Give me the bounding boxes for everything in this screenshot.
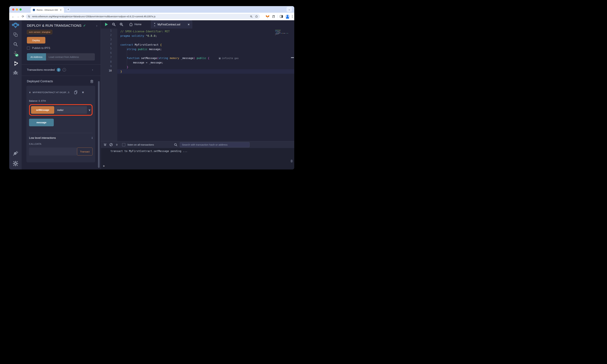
low-level-title: Low level interactions — [29, 136, 56, 140]
transactions-expand-chevron-icon[interactable]: › — [92, 68, 93, 72]
panel-expand-chevron-icon[interactable]: › — [96, 24, 97, 27]
zoom-in-icon[interactable] — [119, 23, 123, 26]
tab-home[interactable]: Home — [129, 23, 142, 26]
home-icon — [129, 23, 133, 26]
window-controls[interactable] — [12, 8, 22, 11]
transact-button[interactable]: Transact — [77, 148, 92, 156]
at-address-button[interactable]: At Address — [27, 53, 46, 61]
calldata-input[interactable] — [29, 148, 77, 156]
contract-balance: Balance: 0. ETH — [29, 100, 92, 102]
remix-app: DEPLOY & RUN TRANSACTIONS ✓ › evm versio… — [9, 20, 294, 169]
message-button[interactable]: message — [29, 119, 54, 126]
trash-icon[interactable] — [90, 80, 93, 83]
copy-address-icon[interactable] — [74, 90, 78, 94]
remix-logo[interactable] — [9, 22, 22, 30]
tab-title: Remix - Ethereum IDE — [37, 9, 59, 11]
terminal-toolbar: 0 listen on all transactions — [101, 141, 294, 148]
close-tab-icon[interactable]: ✕ — [59, 8, 62, 12]
pending-count: 0 — [116, 143, 118, 146]
panel-title: DEPLOY & RUN TRANSACTIONS — [27, 24, 81, 27]
sidebar-item-solidity-compiler[interactable] — [9, 51, 22, 58]
calldata-label: CALLDATA — [29, 143, 92, 145]
transactions-info-icon[interactable]: i — [63, 68, 66, 72]
reload-icon[interactable]: ⟳ — [20, 15, 26, 18]
low-level-info-icon[interactable]: i — [92, 136, 92, 140]
browser-tabstrip: Remix - Ethereum IDE ✕ + ⌄ — [9, 6, 294, 13]
contract-name: MYFIRSTCONTRACT AT 0X10F...5 — [33, 91, 72, 94]
terminal-scrollbar[interactable] — [291, 160, 293, 163]
terminal-output[interactable]: transact to MyFirstContract.setMessage p… — [101, 148, 294, 169]
browser-menu-icon[interactable] — [292, 15, 293, 18]
browser-tab[interactable]: Remix - Ethereum IDE ✕ — [31, 7, 64, 13]
deploy-run-panel: DEPLOY & RUN TRANSACTIONS ✓ › evm versio… — [22, 20, 101, 169]
bookmark-star-icon[interactable] — [255, 15, 258, 18]
listen-all-label: listen on all transactions — [128, 143, 154, 146]
metamask-extension-icon[interactable] — [266, 15, 269, 18]
solidity-file-icon — [153, 23, 156, 26]
site-settings-icon[interactable] — [28, 15, 30, 18]
browser-window: Remix - Ethereum IDE ✕ + ⌄ ← → ⟳ remix.e… — [9, 6, 294, 169]
at-address-input[interactable] — [46, 53, 95, 61]
contract-collapse-chevron-icon[interactable]: ∨ — [29, 91, 31, 94]
profile-avatar[interactable] — [285, 14, 290, 19]
forward-icon[interactable]: → — [15, 15, 20, 18]
minimize-window-button[interactable] — [16, 8, 18, 11]
evm-version-badge: evm version: shanghai — [27, 30, 52, 34]
tab-search-chevron-icon[interactable]: ⌄ — [287, 7, 292, 12]
zoom-window-button[interactable] — [19, 8, 22, 11]
editor-tabbar: Home MyFirstContract.sol ✕ — [101, 20, 294, 28]
new-tab-button[interactable]: + — [66, 8, 70, 12]
home-tab-label: Home — [134, 23, 142, 26]
close-window-button[interactable] — [12, 8, 14, 11]
url-text[interactable]: remix.ethereum.org/#lang=en&optimize=fal… — [32, 15, 248, 18]
zoom-page-icon[interactable] — [250, 15, 253, 18]
close-file-tab-icon[interactable]: ✕ — [187, 23, 190, 26]
run-script-icon[interactable] — [105, 23, 108, 26]
set-message-highlight: setMessage ∨ — [29, 104, 92, 116]
zoom-out-icon[interactable] — [112, 23, 116, 26]
set-message-input[interactable] — [55, 106, 87, 114]
sidebar-item-search[interactable] — [9, 42, 22, 47]
sidebar-item-file-explorer[interactable] — [9, 32, 22, 38]
side-panel-icon[interactable] — [280, 15, 283, 18]
tab-myfirstcontract[interactable]: MyFirstContract.sol ✕ — [151, 20, 192, 28]
editor-column: Home MyFirstContract.sol ✕ 12345678910 /… — [101, 20, 294, 169]
clear-console-icon[interactable] — [109, 143, 113, 146]
deployed-contract-card: ∨ MYFIRSTCONTRACT AT 0X10F...5 ✕ Balance… — [26, 86, 95, 162]
collapse-terminal-icon[interactable] — [104, 143, 106, 146]
sidebar-item-deploy-run[interactable] — [9, 61, 22, 67]
file-tab-label: MyFirstContract.sol — [158, 23, 186, 26]
terminal-search-input[interactable] — [180, 142, 250, 147]
gutter-numbers: 12345678910 — [101, 28, 117, 141]
remix-favicon — [33, 9, 35, 11]
icon-rail — [9, 20, 22, 169]
transactions-count-badge: 2 — [57, 68, 61, 72]
remove-contract-icon[interactable]: ✕ — [82, 91, 84, 94]
publish-ipfs-label: Publish to IPFS — [32, 47, 50, 50]
code-lines[interactable]: // SPDX-License-Identifier: MITpragma so… — [117, 28, 294, 141]
terminal-log-line: transact to MyFirstContract.setMessage p… — [110, 150, 187, 153]
transactions-recorded-label: Transactions recorded — [27, 68, 55, 72]
terminal-prompt[interactable]: > — [103, 165, 105, 168]
sidebar-item-debugger[interactable] — [9, 70, 22, 76]
panel-scrollbar[interactable] — [98, 81, 100, 168]
code-editor[interactable]: 12345678910 // SPDX-License-Identifier: … — [101, 28, 294, 141]
publish-ipfs-checkbox[interactable] — [27, 47, 30, 50]
deployed-contracts-title: Deployed Contracts — [27, 80, 53, 83]
expand-args-chevron-icon[interactable]: ∨ — [89, 108, 91, 112]
terminal-search-icon — [174, 143, 177, 146]
listen-all-checkbox[interactable] — [122, 143, 125, 146]
success-check-icon: ✓ — [83, 24, 86, 27]
deploy-button[interactable]: Deploy — [27, 37, 45, 43]
address-bar[interactable]: remix.ethereum.org/#lang=en&optimize=fal… — [26, 14, 260, 19]
sidebar-item-plugin-manager[interactable] — [9, 150, 22, 156]
back-icon[interactable]: ← — [11, 15, 15, 18]
browser-toolbar: ← → ⟳ remix.ethereum.org/#lang=en&optimi… — [9, 13, 294, 20]
set-message-button[interactable]: setMessage — [31, 106, 54, 114]
toolbar-separator — [277, 15, 277, 18]
extensions-puzzle-icon[interactable] — [272, 15, 275, 18]
sidebar-item-settings[interactable] — [9, 161, 22, 167]
